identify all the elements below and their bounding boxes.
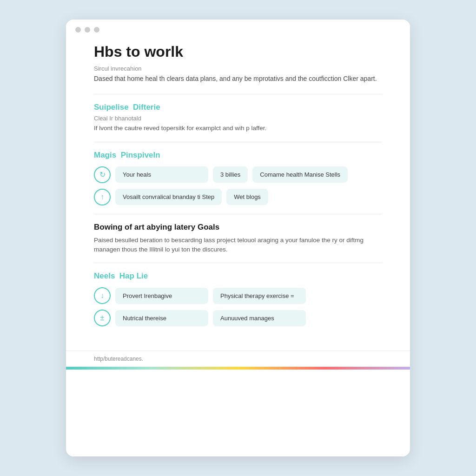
circle-icon-plusminus: ±	[94, 310, 111, 326]
section1-desc-label: Cleal Ir bhanotald	[94, 115, 382, 122]
tag-row-1: ↻ Your heals 3 billies Comame health Man…	[94, 166, 382, 183]
subtitle-label: Sircul invrecahion	[94, 65, 382, 72]
divider-1	[94, 94, 382, 94]
circle-icon-refresh: ↻	[94, 166, 111, 183]
section-suipelise: Suipelise Difterie Cleal Ir bhanotald If…	[94, 103, 382, 133]
section-neels: Neels Hap Lie ↓ Provert Irenbagive Physi…	[94, 271, 382, 326]
tag-nutrical[interactable]: Nutrical thereise	[115, 310, 208, 326]
title-bar	[66, 20, 410, 38]
page-title: Hbs to worlk	[94, 43, 382, 60]
section3-desc: Paised besulled beration to bescarding l…	[94, 236, 382, 255]
tag-wet-blogs[interactable]: Wet blogs	[226, 189, 268, 205]
circle-icon-down: ↓	[94, 287, 111, 304]
tag-row-2: ↑ Vosailt convralical bnanday ti Step We…	[94, 189, 382, 205]
tag-row-4: ± Nutrical thereise Aunuuved manages	[94, 310, 382, 326]
footer-url: http/butereadcanes.	[66, 350, 410, 367]
section1-desc: If lvont the cautre reved topersitk for …	[94, 124, 382, 133]
subtitle-desc: Dased that home heal th clears data plan…	[94, 74, 382, 84]
tag-physical-therapy[interactable]: Physical therapy exercise =	[213, 288, 306, 304]
tag-comame-health[interactable]: Comame health Manise Stells	[252, 166, 348, 183]
tag-aunuuved[interactable]: Aunuuved manages	[213, 310, 306, 326]
tag-vosailt[interactable]: Vosailt convralical bnanday ti Step	[115, 189, 222, 205]
tag-provert[interactable]: Provert Irenbagive	[115, 288, 208, 304]
window-dot-2	[85, 27, 90, 33]
window-dot-1	[75, 27, 81, 33]
section-bowing: Bowing of art abying latery Goals Paised…	[94, 223, 382, 255]
divider-2	[94, 142, 382, 142]
section-magis: Magis Pinspiveln ↻ Your heals 3 billies …	[94, 151, 382, 205]
main-content: Hbs to worlk Sircul invrecahion Dased th…	[66, 38, 410, 346]
bottom-bar	[66, 367, 410, 370]
tag-row-3: ↓ Provert Irenbagive Physical therapy ex…	[94, 287, 382, 304]
tag-your-heals[interactable]: Your heals	[115, 166, 208, 183]
section4-title: Neels Hap Lie	[94, 271, 382, 281]
browser-window: Hbs to worlk Sircul invrecahion Dased th…	[66, 20, 410, 456]
section1-title: Suipelise Difterie	[94, 103, 382, 112]
tag-3-billies[interactable]: 3 billies	[213, 166, 248, 183]
circle-icon-up: ↑	[94, 189, 111, 205]
window-dot-3	[94, 27, 99, 33]
divider-4	[94, 263, 382, 263]
section2-title: Magis Pinspiveln	[94, 151, 382, 160]
section3-title: Bowing of art abying latery Goals	[94, 223, 382, 232]
divider-3	[94, 214, 382, 214]
